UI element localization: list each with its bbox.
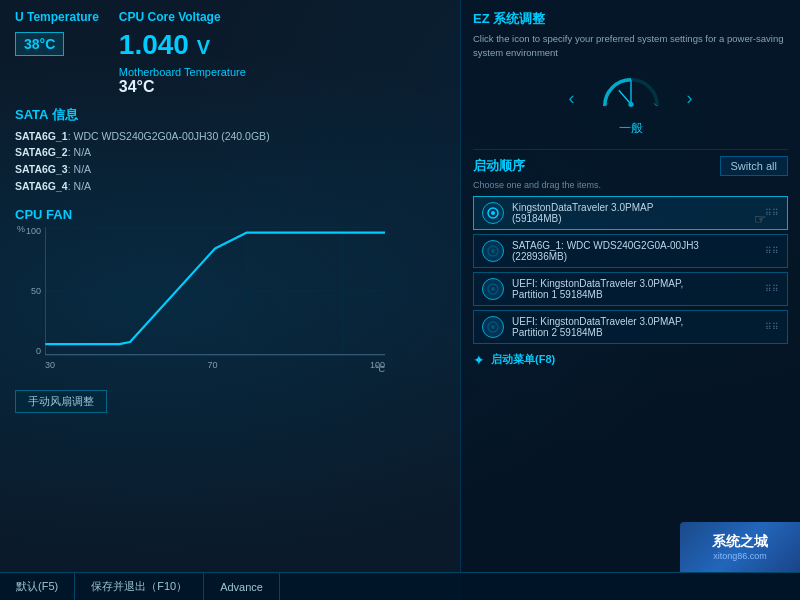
boot-name-2: SATA6G_1: WDC WDS240G2G0A-00JH3(228936MB… <box>512 240 757 262</box>
top-row: U Temperature 38°C CPU Core Voltage 1.04… <box>15 10 445 96</box>
divider-1 <box>473 149 788 150</box>
chart-area <box>45 226 385 356</box>
svg-point-13 <box>628 101 633 106</box>
boot-icon-3 <box>482 278 504 300</box>
cpu-temp-label: U Temperature <box>15 10 99 24</box>
y-unit: % <box>17 224 25 234</box>
boot-header: 启动顺序 Switch all <box>473 156 788 176</box>
gauge-svg <box>596 61 666 116</box>
boot-name-1: KingstonDataTraveler 3.0PMAP(59184MB) <box>512 202 757 224</box>
gauge-prev-btn[interactable]: ‹ <box>564 88 580 109</box>
svg-point-21 <box>491 325 495 329</box>
y-label-100: 100 <box>26 226 41 236</box>
boot-name-3: UEFI: KingstonDataTraveler 3.0PMAP,Parti… <box>512 278 757 300</box>
main-layout: U Temperature 38°C CPU Core Voltage 1.04… <box>0 0 800 600</box>
cpu-voltage-value: 1.040 V <box>119 28 445 62</box>
boot-section: 启动顺序 Switch all Choose one and drag the … <box>473 156 788 344</box>
ez-desc: Click the icon to specify your preferred… <box>473 32 788 61</box>
default-btn[interactable]: 默认(F5) <box>0 573 75 600</box>
mb-temp-label: Motherboard Temperature <box>119 66 445 78</box>
x-axis: 30 70 100 °C <box>45 356 385 386</box>
sata-item-1: SATA6G_1: WDC WDS240G2G0A-00JH30 (240.0G… <box>15 128 445 145</box>
save-exit-btn[interactable]: 保存并退出（F10） <box>75 573 204 600</box>
cpu-temp-box: 38°C <box>15 32 64 56</box>
ez-title: EZ 系统调整 <box>473 10 788 28</box>
sata-title: SATA 信息 <box>15 106 445 124</box>
boot-drag-1: ⠿⠿ <box>765 208 779 218</box>
boot-icon-1 <box>482 202 504 224</box>
gauge-label: 一般 <box>596 120 666 137</box>
sata-item-4: SATA6G_4: N/A <box>15 178 445 195</box>
gauge-wrapper: 一般 <box>596 61 666 137</box>
advanced-btn[interactable]: Advance <box>204 573 280 600</box>
left-panel: U Temperature 38°C CPU Core Voltage 1.04… <box>0 0 460 600</box>
boot-item-3[interactable]: UEFI: KingstonDataTraveler 3.0PMAP,Parti… <box>473 272 788 306</box>
chart-container: % 100 50 0 <box>15 226 395 386</box>
sata-item-3: SATA6G_3: N/A <box>15 161 445 178</box>
cpu-voltage-section: CPU Core Voltage 1.040 V Motherboard Tem… <box>119 10 445 96</box>
gauge-center-row: ‹ <box>473 61 788 137</box>
boot-icon-2 <box>482 240 504 262</box>
boot-menu-label: 启动菜单(F8) <box>491 352 555 367</box>
svg-point-15 <box>491 211 495 215</box>
fan-section: CPU FAN % 100 50 0 <box>15 207 445 413</box>
switch-all-button[interactable]: Switch all <box>720 156 788 176</box>
x-label-70: 70 <box>207 360 217 370</box>
gauge-next-btn[interactable]: › <box>682 88 698 109</box>
boot-drag-2: ⠿⠿ <box>765 246 779 256</box>
temp-display: 38°C <box>15 32 99 56</box>
fan-chart-svg <box>45 226 385 356</box>
x-label-30: 30 <box>45 360 55 370</box>
bottom-bar: 默认(F5) 保存并退出（F10） Advance <box>0 572 800 600</box>
watermark-cn-text: 系统之城 <box>712 533 768 551</box>
boot-menu-section: ✦ 启动菜单(F8) <box>473 352 788 368</box>
watermark-url-text: xitong86.com <box>713 551 767 561</box>
svg-point-19 <box>491 287 495 291</box>
boot-icon-4 <box>482 316 504 338</box>
y-axis: % 100 50 0 <box>15 226 45 356</box>
fan-manual-btn[interactable]: 手动风扇调整 <box>15 390 107 413</box>
y-label-50: 50 <box>31 286 41 296</box>
boot-drag-4: ⠿⠿ <box>765 322 779 332</box>
sata-item-2: SATA6G_2: N/A <box>15 144 445 161</box>
ez-section: EZ 系统调整 Click the icon to specify your p… <box>473 10 788 137</box>
boot-item-2[interactable]: SATA6G_1: WDC WDS240G2G0A-00JH3(228936MB… <box>473 234 788 268</box>
sata-section: SATA 信息 SATA6G_1: WDC WDS240G2G0A-00JH30… <box>15 106 445 195</box>
cpu-voltage-label: CPU Core Voltage <box>119 10 445 24</box>
boot-menu-icon: ✦ <box>473 352 485 368</box>
boot-item-1[interactable]: KingstonDataTraveler 3.0PMAP(59184MB) ⠿⠿… <box>473 196 788 230</box>
boot-sub: Choose one and drag the items. <box>473 180 788 190</box>
boot-title: 启动顺序 <box>473 157 525 175</box>
y-label-0: 0 <box>36 346 41 356</box>
svg-point-17 <box>491 249 495 253</box>
fan-title: CPU FAN <box>15 207 445 222</box>
watermark: 系统之城 xitong86.com <box>680 522 800 572</box>
right-panel: EZ 系统调整 Click the icon to specify your p… <box>460 0 800 600</box>
mb-temp-value: 34°C <box>119 78 445 96</box>
boot-drag-3: ⠿⠿ <box>765 284 779 294</box>
svg-line-12 <box>618 90 630 104</box>
boot-item-4[interactable]: UEFI: KingstonDataTraveler 3.0PMAP,Parti… <box>473 310 788 344</box>
cpu-temp-section: U Temperature 38°C <box>15 10 99 96</box>
boot-name-4: UEFI: KingstonDataTraveler 3.0PMAP,Parti… <box>512 316 757 338</box>
boot-cursor-1: ☞ <box>754 211 767 227</box>
x-unit: °C <box>375 364 385 374</box>
